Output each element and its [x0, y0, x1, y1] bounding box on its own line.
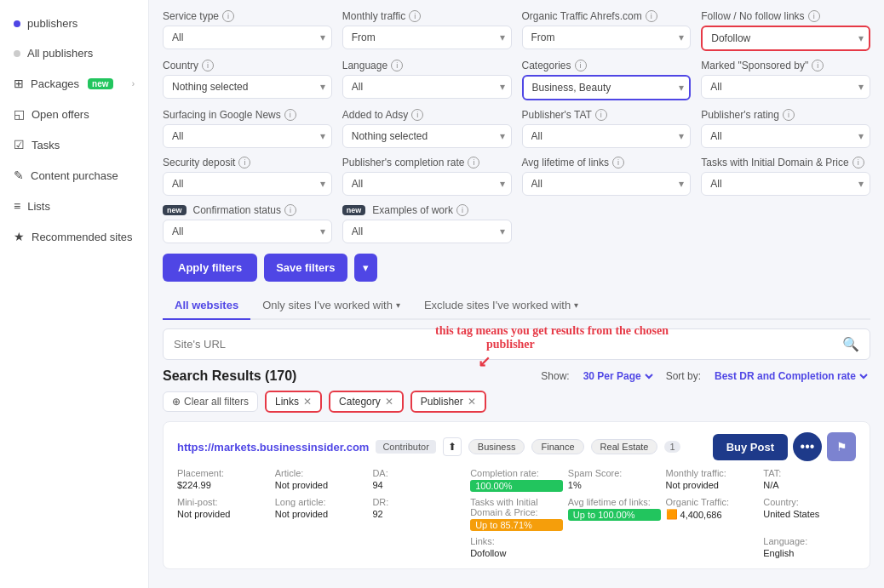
select-wrapper-publisher-tat: All	[522, 124, 692, 148]
info-icon-publisher-rating[interactable]: i	[783, 109, 795, 121]
filter-label-follow-nofollow: Follow / No follow links i	[701, 10, 870, 22]
result-url-link[interactable]: https://markets.businessinsider.com	[177, 441, 369, 454]
info-icon-monthly-traffic[interactable]: i	[409, 10, 421, 22]
clear-all-filters-button[interactable]: ⊕ Clear all filters	[163, 391, 258, 412]
info-icon-follow-nofollow[interactable]: i	[808, 10, 820, 22]
stat-country: Country: United States	[763, 497, 856, 531]
sidebar-item-all-publishers[interactable]: All publishers	[0, 38, 148, 68]
filter-label-confirmation-status: new Confirmation status i	[163, 204, 332, 216]
select-language[interactable]: All	[342, 75, 512, 99]
sidebar-item-content-purchase[interactable]: ✎ Content purchase	[0, 160, 148, 191]
category-extra-count: 1	[664, 441, 680, 453]
sidebar-item-lists[interactable]: ≡ Lists	[0, 191, 148, 221]
results-header: Search Results (170) Show: 30 Per Page 5…	[163, 368, 870, 384]
info-icon-marked-sponsored[interactable]: i	[812, 60, 824, 71]
results-title: Search Results (170)	[163, 368, 296, 384]
info-icon-surfacing-google[interactable]: i	[284, 109, 296, 121]
select-marked-sponsored[interactable]: All	[701, 75, 870, 99]
sidebar-item-tasks[interactable]: ☑ Tasks	[0, 129, 148, 160]
select-monthly-traffic[interactable]: From	[342, 26, 512, 49]
stat-spam-score: Spam Score: 1%	[568, 468, 661, 492]
stat-links: Links: Dofollow	[470, 536, 563, 558]
main-content: Service type i All Monthly traffic i Fro…	[149, 0, 884, 588]
remove-filter-tag-publisher[interactable]: ✕	[468, 396, 476, 408]
sidebar-item-open-offers[interactable]: ◱ Open offers	[0, 99, 148, 129]
filter-security-deposit: Security deposit i All	[163, 157, 332, 196]
tasks-icon: ☑	[14, 138, 25, 151]
tab-exclude-sites[interactable]: Exclude sites I've worked with ▾	[412, 292, 590, 320]
select-publisher-tat[interactable]: All	[522, 124, 692, 148]
select-organic-traffic[interactable]: From	[522, 26, 692, 49]
result-card-header: https://markets.businessinsider.com Cont…	[177, 432, 856, 461]
info-icon-confirmation-status[interactable]: i	[284, 204, 296, 216]
category-tag-finance: Finance	[531, 439, 583, 454]
info-icon-added-adsy[interactable]: i	[411, 109, 423, 121]
sidebar-item-recommended-sites[interactable]: ★ Recommended sites	[0, 221, 148, 252]
recommended-icon: ★	[14, 230, 25, 243]
more-options-button[interactable]: •••	[793, 432, 822, 461]
select-avg-lifetime[interactable]: All	[522, 172, 692, 196]
select-follow-nofollow[interactable]: Dofollow	[701, 26, 870, 51]
info-icon-tasks-initial-domain[interactable]: i	[852, 157, 864, 168]
show-per-page-select[interactable]: 30 Per Page 50 Per Page	[580, 369, 656, 383]
select-tasks-initial-domain[interactable]: All	[701, 172, 870, 196]
filter-label-organic-traffic: Organic Traffic Ahrefs.com i	[522, 10, 692, 22]
apply-filters-button[interactable]: Apply filters	[163, 254, 257, 282]
select-confirmation-status[interactable]: All	[163, 220, 332, 243]
select-wrapper-tasks-initial-domain: All	[701, 172, 870, 196]
info-icon-examples-of-work[interactable]: i	[456, 204, 468, 216]
info-icon-language[interactable]: i	[391, 60, 403, 71]
filter-grid: Service type i All Monthly traffic i Fro…	[163, 10, 870, 196]
stat-dr: DR: 92	[372, 497, 465, 531]
sidebar-item-packages[interactable]: ⊞ Packages new ›	[0, 68, 148, 99]
filter-examples-of-work: new Examples of work i All	[342, 204, 512, 243]
info-icon-categories[interactable]: i	[575, 60, 587, 71]
save-filters-dropdown-button[interactable]: ▾	[354, 254, 377, 282]
search-icon[interactable]: 🔍	[842, 336, 859, 352]
category-tag-real-estate: Real Estate	[591, 439, 658, 454]
remove-filter-tag-links[interactable]: ✕	[303, 396, 312, 408]
select-examples-of-work[interactable]: All	[342, 220, 512, 243]
select-wrapper-avg-lifetime: All	[522, 172, 692, 196]
filter-tag-category: Category ✕	[329, 391, 404, 413]
filter-label-security-deposit: Security deposit i	[163, 157, 332, 168]
info-icon-avg-lifetime[interactable]: i	[612, 157, 624, 168]
save-filters-button[interactable]: Save filters	[264, 254, 347, 282]
info-icon-country[interactable]: i	[202, 60, 214, 71]
info-icon-publisher-tat[interactable]: i	[595, 109, 607, 121]
contributor-badge: Contributor	[376, 440, 435, 454]
tab-only-sites[interactable]: Only sites I've worked with ▾	[250, 292, 412, 320]
share-icon[interactable]: ⬆	[443, 437, 462, 456]
info-icon-service-type[interactable]: i	[222, 10, 234, 22]
sidebar-item-verified-publishers[interactable]: publishers	[0, 9, 148, 38]
remove-filter-tag-category[interactable]: ✕	[385, 396, 393, 408]
select-wrapper-security-deposit: All	[163, 172, 332, 196]
sort-select[interactable]: Best DR and Completion rate	[711, 369, 870, 383]
info-icon-publisher-completion[interactable]: i	[468, 157, 479, 168]
info-icon-security-deposit[interactable]: i	[238, 157, 250, 168]
select-wrapper-categories: Business, Beauty	[522, 75, 692, 100]
filter-follow-nofollow: Follow / No follow links i Dofollow	[701, 10, 870, 51]
flag-button[interactable]: ⚑	[827, 432, 856, 461]
select-surfacing-google[interactable]: All	[163, 124, 332, 148]
info-icon-organic-traffic[interactable]: i	[646, 10, 657, 22]
select-added-adsy[interactable]: Nothing selected	[342, 124, 512, 148]
select-wrapper-country: Nothing selected	[163, 75, 332, 99]
select-service-type[interactable]: All	[163, 26, 332, 49]
filter-language: Language i All	[342, 60, 512, 100]
select-publisher-rating[interactable]: All	[701, 124, 870, 148]
filter-grid-new: new Confirmation status i All new Exampl…	[163, 204, 870, 243]
select-categories[interactable]: Business, Beauty	[522, 75, 692, 100]
tab-label-all-websites: All websites	[175, 299, 238, 311]
select-security-deposit[interactable]: All	[163, 172, 332, 196]
select-publisher-completion[interactable]: All	[342, 172, 512, 196]
card-actions: Buy Post ••• ⚑	[713, 432, 856, 461]
sidebar: publishers All publishers ⊞ Packages new…	[0, 0, 149, 588]
stat-tasks-initial: Tasks with Initial Domain & Price: Up to…	[470, 497, 563, 531]
buy-post-button[interactable]: Buy Post	[713, 434, 788, 460]
tab-all-websites[interactable]: All websites	[163, 292, 250, 320]
select-country[interactable]: Nothing selected	[163, 75, 332, 99]
stat-avg-lifetime: Avg lifetime of links: Up to 100.00%	[568, 497, 661, 531]
filter-actions: Apply filters Save filters ▾	[163, 254, 870, 282]
search-input[interactable]	[174, 338, 842, 351]
